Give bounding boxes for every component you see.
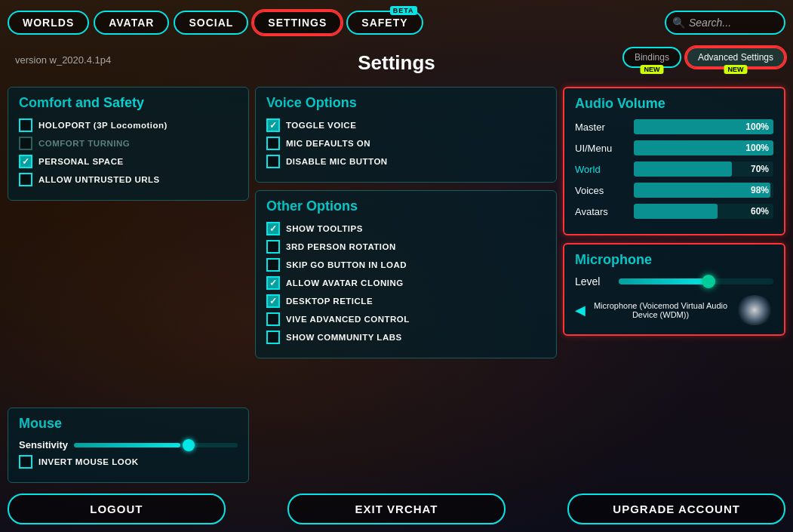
volume-avatars-row: Avatars 60% (575, 204, 773, 219)
tab-bindings[interactable]: Bindings NEW (622, 47, 681, 68)
checkbox-community-labs[interactable] (266, 331, 280, 344)
bindings-new-badge: NEW (640, 65, 663, 74)
sensitivity-row: Sensitivity (19, 439, 238, 451)
nav-settings[interactable]: SETTINGS (253, 11, 342, 35)
top-nav: WORLDS AVATAR SOCIAL SETTINGS SAFETY BET… (0, 0, 793, 45)
check-holoport: HOLOPORT (3P Locomotion) (19, 118, 238, 132)
volume-uimenu-pct: 100% (745, 143, 769, 153)
check-comfort-turning: COMFORT TURNING (19, 137, 238, 150)
volume-master-row: Master 100% (575, 119, 773, 134)
mic-level-row: Level (575, 275, 773, 288)
mouse-panel: Mouse Sensitivity INVERT MOUSE LOOK (8, 407, 249, 483)
mid-column: Voice Options TOGGLE VOICE MIC DEFAULTS … (255, 87, 557, 483)
nav-avatar[interactable]: AVATAR (94, 11, 169, 35)
advanced-new-badge: NEW (724, 65, 747, 74)
checkbox-mic-defaults[interactable] (266, 137, 280, 150)
tab-advanced-settings[interactable]: Advanced Settings NEW (686, 47, 785, 68)
volume-world-pct: 70% (751, 164, 769, 174)
checkbox-vive-control[interactable] (266, 312, 280, 326)
volume-avatars-bar[interactable]: 60% (634, 204, 773, 219)
checkbox-show-tooltips[interactable] (266, 222, 280, 235)
check-disable-mic: DISABLE MIC BUTTON (266, 155, 546, 168)
volume-master-pct: 100% (745, 121, 769, 132)
checkbox-desktop-reticle[interactable] (266, 294, 280, 308)
check-desktop-reticle: DESKTOP RETICLE (266, 294, 546, 308)
microphone-panel: Microphone Level ◀ Microphone (Voicemod … (563, 243, 785, 336)
check-vive-control: VIVE ADVANCED CONTROL (266, 312, 546, 326)
sensitivity-label: Sensitivity (19, 439, 68, 451)
checkbox-skip-go[interactable] (266, 258, 280, 272)
search-wrapper: 🔍 Search... (665, 11, 785, 35)
bottom-bar: LOGOUT EXIT VRCHAT UPGRADE ACCOUNT (8, 494, 785, 524)
other-options-title: Other Options (266, 198, 546, 214)
other-options-panel: Other Options SHOW TOOLTIPS 3RD PERSON R… (255, 190, 557, 358)
comfort-safety-title: Comfort and Safety (19, 95, 238, 111)
volume-world-bar[interactable]: 70% (634, 161, 773, 177)
checkbox-disable-mic[interactable] (266, 155, 280, 168)
mic-visual (736, 295, 773, 325)
checkbox-untrusted-urls[interactable] (19, 173, 32, 186)
microphone-title: Microphone (575, 252, 773, 268)
sub-tabs: Bindings NEW Advanced Settings NEW (622, 47, 785, 68)
volume-voices-label: Voices (575, 185, 628, 196)
version-label: version w_2020.4.1p4 (15, 54, 111, 66)
logout-button[interactable]: LOGOUT (8, 494, 226, 524)
checkbox-toggle-voice[interactable] (266, 118, 280, 132)
mic-level-slider[interactable] (619, 278, 773, 284)
check-community-labs: SHOW COMMUNITY LABS (266, 331, 546, 344)
search-box[interactable]: Search... (665, 11, 785, 35)
mouse-title: Mouse (19, 416, 238, 432)
volume-avatars-label: Avatars (575, 206, 628, 217)
checkbox-comfort-turning[interactable] (19, 137, 32, 150)
volume-world-label: World (575, 164, 628, 175)
checkbox-avatar-cloning[interactable] (266, 276, 280, 290)
mic-prev-button[interactable]: ◀ (575, 302, 586, 318)
check-avatar-cloning: ALLOW AVATAR CLONING (266, 276, 546, 290)
volume-voices-row: Voices 98% (575, 183, 773, 198)
page-title: Settings (358, 51, 435, 75)
voice-options-panel: Voice Options TOGGLE VOICE MIC DEFAULTS … (255, 87, 557, 183)
beta-badge: BETA (390, 6, 417, 15)
check-show-tooltips: SHOW TOOLTIPS (266, 222, 546, 235)
volume-master-label: Master (575, 121, 628, 133)
checkbox-3rd-person[interactable] (266, 240, 280, 254)
volume-uimenu-row: UI/Menu 100% (575, 140, 773, 155)
main-content: Comfort and Safety HOLOPORT (3P Locomoti… (8, 87, 785, 483)
sensitivity-slider[interactable] (74, 443, 238, 447)
volume-voices-pct: 98% (751, 185, 769, 195)
volume-uimenu-label: UI/Menu (575, 143, 628, 154)
mic-device-name: Microphone (Voicemod Virtual Audio Devic… (590, 301, 731, 319)
volume-uimenu-bar[interactable]: 100% (634, 140, 773, 155)
volume-avatars-pct: 60% (751, 206, 769, 217)
exit-vrchat-button[interactable]: EXIT VRCHAT (287, 494, 506, 524)
mic-device-row: ◀ Microphone (Voicemod Virtual Audio Dev… (575, 295, 773, 325)
volume-voices-bar[interactable]: 98% (634, 183, 773, 198)
checkbox-holoport[interactable] (19, 118, 32, 132)
audio-volume-panel: Audio Volume Master 100% UI/Menu 100% Wo… (563, 87, 785, 235)
check-untrusted-urls: ALLOW UNTRUSTED URLS (19, 173, 238, 186)
mic-level-label: Level (575, 275, 613, 288)
audio-volume-title: Audio Volume (575, 96, 773, 112)
nav-social[interactable]: SOCIAL (174, 11, 248, 35)
upgrade-account-button[interactable]: UPGRADE ACCOUNT (567, 494, 785, 524)
right-column: Audio Volume Master 100% UI/Menu 100% Wo… (563, 87, 785, 483)
check-toggle-voice: TOGGLE VOICE (266, 118, 546, 132)
volume-world-row: World 70% (575, 161, 773, 177)
nav-worlds[interactable]: WORLDS (8, 11, 89, 35)
comfort-safety-panel: Comfort and Safety HOLOPORT (3P Locomoti… (8, 87, 249, 201)
check-3rd-person: 3RD PERSON ROTATION (266, 240, 546, 254)
checkbox-invert-mouse[interactable] (19, 455, 32, 469)
voice-options-title: Voice Options (266, 95, 546, 111)
check-personal-space: PERSONAL SPACE (19, 155, 238, 168)
volume-master-bar[interactable]: 100% (634, 119, 773, 134)
checkbox-personal-space[interactable] (19, 155, 32, 168)
left-column: Comfort and Safety HOLOPORT (3P Locomoti… (8, 87, 249, 483)
nav-safety[interactable]: SAFETY BETA (346, 11, 423, 35)
check-mic-defaults: MIC DEFAULTS ON (266, 137, 546, 150)
check-invert-mouse: INVERT MOUSE LOOK (19, 455, 238, 469)
check-skip-go: SKIP GO BUTTON IN LOAD (266, 258, 546, 272)
